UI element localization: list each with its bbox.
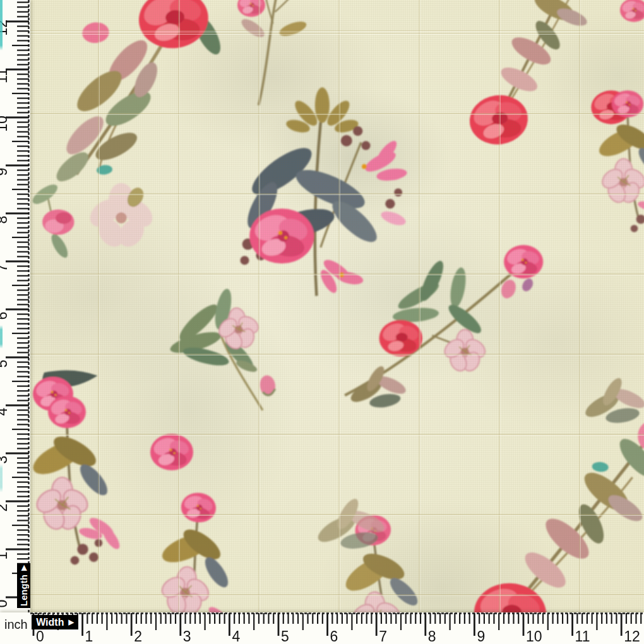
svg-text:6: 6 bbox=[330, 628, 338, 644]
floral-cluster bbox=[237, 0, 265, 17]
svg-text:1: 1 bbox=[85, 628, 93, 644]
floral-cluster bbox=[240, 87, 407, 295]
svg-text:2: 2 bbox=[134, 628, 142, 644]
floral-cluster bbox=[162, 282, 278, 422]
svg-text:5: 5 bbox=[0, 360, 10, 368]
left-ruler-ticks: 0123456789101112 bbox=[0, 0, 30, 612]
svg-text:0: 0 bbox=[36, 628, 44, 644]
unit-label: inch bbox=[4, 617, 28, 632]
left-ruler: 0123456789101112 bbox=[0, 0, 30, 612]
floral-cluster bbox=[150, 434, 193, 470]
bottom-ruler-ticks: 0123456789101112 bbox=[0, 612, 644, 644]
svg-text:12: 12 bbox=[624, 628, 640, 644]
fabric-photo: 0123456789101112 0123456789101112 Length… bbox=[0, 0, 644, 644]
svg-text:3: 3 bbox=[183, 628, 191, 644]
floral-cluster bbox=[447, 0, 614, 148]
svg-text:7: 7 bbox=[0, 264, 10, 272]
svg-text:0: 0 bbox=[0, 600, 10, 608]
svg-text:6: 6 bbox=[0, 312, 10, 320]
svg-text:9: 9 bbox=[477, 628, 485, 644]
floral-cluster bbox=[85, 183, 157, 251]
svg-text:11: 11 bbox=[0, 68, 10, 83]
svg-text:4: 4 bbox=[232, 628, 240, 644]
svg-text:3: 3 bbox=[0, 456, 10, 464]
arrow-right-icon: ▶ bbox=[20, 565, 27, 571]
svg-text:4: 4 bbox=[0, 407, 10, 415]
floral-cluster bbox=[582, 376, 644, 426]
floral-cluster bbox=[30, 181, 75, 260]
svg-text:7: 7 bbox=[379, 628, 387, 644]
svg-text:2: 2 bbox=[0, 504, 10, 512]
svg-text:11: 11 bbox=[575, 628, 590, 644]
svg-text:1: 1 bbox=[0, 552, 10, 560]
width-label: Width ▶ bbox=[32, 615, 78, 629]
width-label-text: Width bbox=[36, 617, 64, 628]
svg-text:12: 12 bbox=[0, 20, 10, 36]
floral-cluster bbox=[345, 245, 543, 410]
floral-cluster bbox=[34, 0, 238, 188]
bottom-ruler: 0123456789101112 bbox=[0, 612, 644, 644]
length-label: Length ▶ bbox=[17, 563, 30, 608]
svg-text:8: 8 bbox=[0, 216, 10, 224]
svg-text:10: 10 bbox=[0, 116, 10, 132]
floral-cluster bbox=[28, 396, 122, 564]
arrow-right-icon: ▶ bbox=[68, 619, 73, 626]
length-label-text: Length bbox=[19, 575, 29, 606]
floral-cluster bbox=[225, 0, 318, 111]
svg-text:9: 9 bbox=[0, 168, 10, 176]
floral-cluster bbox=[472, 410, 644, 644]
svg-text:10: 10 bbox=[526, 628, 542, 644]
svg-text:8: 8 bbox=[428, 628, 436, 644]
svg-text:5: 5 bbox=[281, 628, 289, 644]
floral-print bbox=[0, 0, 644, 644]
floral-cluster bbox=[620, 0, 644, 22]
